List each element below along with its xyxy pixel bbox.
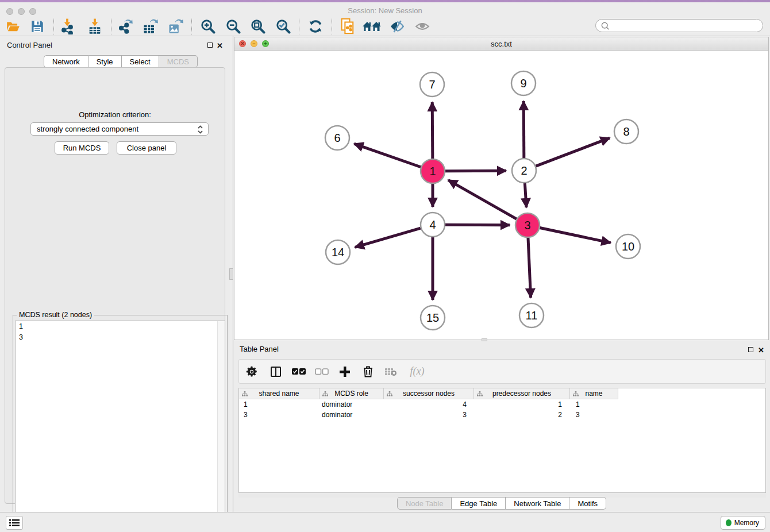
tab-edge-table[interactable]: Edge Table xyxy=(452,497,506,510)
graph-edge-3-1[interactable] xyxy=(448,180,517,219)
graph-edge-1-7[interactable] xyxy=(432,102,433,159)
graph-edge-2-8[interactable] xyxy=(536,138,610,166)
graph-edge-4-14[interactable] xyxy=(355,228,421,247)
column-view-icon[interactable] xyxy=(264,363,287,380)
table-cell[interactable]: 3 xyxy=(239,410,319,420)
graph-node-label: 7 xyxy=(429,78,435,91)
status-bar: Memory xyxy=(0,512,770,532)
table-cell[interactable]: 3 xyxy=(384,410,474,420)
network-graph: 1234678910111415 xyxy=(234,51,768,340)
graph-node-label: 14 xyxy=(332,246,344,259)
graph-edge-1-2[interactable] xyxy=(445,171,506,171)
table-cell[interactable]: 1 xyxy=(239,399,319,410)
deselect-all-icon[interactable] xyxy=(310,363,333,380)
tab-motifs[interactable]: Motifs xyxy=(569,497,606,510)
window-titlebar: Session: New Session xyxy=(0,2,770,16)
task-history-button[interactable] xyxy=(6,516,23,530)
table-cell[interactable]: 1 xyxy=(570,399,618,410)
hide-graphics-icon[interactable] xyxy=(387,18,407,35)
tab-node-table[interactable]: Node Table xyxy=(397,497,452,510)
control-panel-float-icon[interactable] xyxy=(207,43,213,48)
node-table-header: shared nameMCDS rolesuccessor nodesprede… xyxy=(239,388,618,399)
table-cell[interactable]: 3 xyxy=(570,410,618,420)
table-cell[interactable]: dominator xyxy=(319,399,384,410)
toolbar-separator xyxy=(191,18,192,34)
sort-icon xyxy=(573,391,579,399)
graph-edge-2-3[interactable] xyxy=(525,183,526,207)
tab-network-table[interactable]: Network Table xyxy=(506,497,569,510)
zoom-selected-icon[interactable] xyxy=(274,18,293,35)
graph-edge-4-3[interactable] xyxy=(445,225,510,225)
mcds-result-items: 13 xyxy=(16,321,225,342)
divider-handle-horizontal[interactable] xyxy=(482,338,487,341)
table-row[interactable]: 1dominator411 xyxy=(239,399,618,410)
table-panel: Table Panel ✕ f(x) xyxy=(233,342,770,512)
fit-content-icon[interactable] xyxy=(248,18,268,35)
graph-node-label: 15 xyxy=(426,311,439,324)
function-builder-icon[interactable]: f(x) xyxy=(402,363,432,380)
network-window-titlebar[interactable]: ✕ − + scc.txt xyxy=(234,37,768,51)
graph-node-label: 6 xyxy=(334,132,340,144)
search-input[interactable] xyxy=(612,21,763,31)
select-all-icon[interactable] xyxy=(287,363,310,380)
tab-network[interactable]: Network xyxy=(44,55,88,68)
import-network-icon[interactable] xyxy=(57,18,77,35)
sort-icon xyxy=(242,391,248,399)
open-file-icon[interactable] xyxy=(3,18,23,35)
sort-icon xyxy=(477,391,483,399)
delete-column-icon[interactable] xyxy=(356,363,379,380)
column-header-shared-name[interactable]: shared name xyxy=(239,388,319,399)
zoom-out-icon[interactable] xyxy=(224,18,243,35)
column-header-predecessor-nodes[interactable]: predecessor nodes xyxy=(474,388,570,399)
chevron-up-down-icon xyxy=(197,125,203,136)
refresh-icon[interactable] xyxy=(306,18,325,35)
toolbar-separator xyxy=(332,18,332,34)
optimization-criterion-select[interactable]: strongly connected component xyxy=(30,122,209,136)
close-panel-button[interactable]: Close panel xyxy=(117,141,176,155)
save-session-icon[interactable] xyxy=(28,18,47,35)
column-header-successor-nodes[interactable]: successor nodes xyxy=(384,388,474,399)
toolbar-separator xyxy=(111,18,111,34)
add-column-icon[interactable] xyxy=(333,363,356,380)
memory-button[interactable]: Memory xyxy=(721,516,765,530)
zoom-in-icon[interactable] xyxy=(198,18,218,35)
graph-edge-2-9[interactable] xyxy=(523,101,524,158)
table-cell[interactable]: 1 xyxy=(474,399,570,410)
first-neighbors-icon[interactable] xyxy=(362,18,382,35)
export-image-icon[interactable] xyxy=(165,18,185,35)
graph-node-label: 3 xyxy=(524,219,530,232)
column-header-MCDS-role[interactable]: MCDS role xyxy=(319,388,384,399)
divider-handle[interactable] xyxy=(229,268,233,280)
table-row[interactable]: 3dominator323 xyxy=(239,410,618,420)
mcds-result-scrollbar[interactable] xyxy=(217,321,225,527)
graph-edge-3-11[interactable] xyxy=(528,238,531,298)
tab-style[interactable]: Style xyxy=(88,55,122,68)
export-network-icon[interactable] xyxy=(116,18,135,35)
mcds-result-list[interactable]: 13 xyxy=(15,321,225,528)
table-cell[interactable]: 4 xyxy=(384,399,474,410)
tab-mcds[interactable]: MCDS xyxy=(159,55,198,68)
network-window: ✕ − + scc.txt 1234678910111415 xyxy=(234,37,769,340)
settings-gear-icon[interactable] xyxy=(239,363,264,380)
run-mcds-button[interactable]: Run MCDS xyxy=(55,141,109,155)
copy-network-icon[interactable] xyxy=(338,18,357,35)
column-header-name[interactable]: name xyxy=(570,388,618,399)
table-panel-float-icon[interactable] xyxy=(748,347,753,352)
graph-edge-1-6[interactable] xyxy=(354,144,421,167)
sort-icon xyxy=(387,391,392,399)
tab-select[interactable]: Select xyxy=(122,55,159,68)
graph-node-label: 8 xyxy=(623,125,629,138)
search-box[interactable] xyxy=(595,19,763,32)
table-cell[interactable]: dominator xyxy=(319,410,384,420)
table-cell[interactable]: 2 xyxy=(474,410,570,420)
show-graphics-icon[interactable] xyxy=(413,18,432,35)
control-panel-close-icon[interactable]: ✕ xyxy=(217,43,223,49)
export-table-icon[interactable] xyxy=(140,18,160,35)
selected-option: strongly connected component xyxy=(37,125,138,133)
import-table-icon[interactable] xyxy=(85,18,105,35)
table-panel-close-icon[interactable]: ✕ xyxy=(758,347,764,353)
delete-table-icon[interactable] xyxy=(379,363,402,380)
network-canvas[interactable]: 1234678910111415 xyxy=(234,51,768,340)
graph-edge-3-10[interactable] xyxy=(540,228,611,243)
main-toolbar xyxy=(0,16,770,36)
